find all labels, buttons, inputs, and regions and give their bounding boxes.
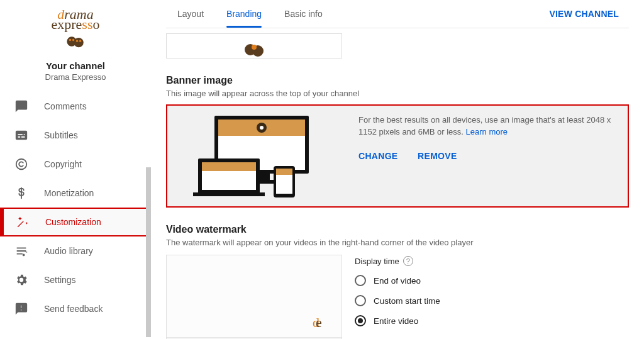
main-content: Layout Branding Basic info VIEW CHANNEL … — [151, 0, 644, 339]
banner-remove-button[interactable]: REMOVE — [418, 151, 457, 161]
tab-basic-info[interactable]: Basic info — [273, 0, 334, 28]
svg-rect-19 — [202, 171, 256, 190]
watermark-preview-player: de — [166, 255, 342, 339]
svg-point-6 — [16, 159, 27, 170]
sidebar-item-copyright[interactable]: Copyright — [0, 150, 151, 179]
sidebar-item-subtitles[interactable]: Subtitles — [0, 121, 151, 150]
banner-subtitle: This image will appear across the top of… — [166, 89, 629, 98]
sidebar-label: Audio library — [44, 246, 93, 256]
radio-icon — [355, 315, 366, 326]
sidebar-label: Copyright — [44, 159, 82, 169]
sidebar-item-customization[interactable]: Customization — [0, 208, 151, 236]
channel-name: Drama Expresso — [0, 72, 151, 82]
sidebar-item-comments[interactable]: Comments — [0, 92, 151, 121]
dollar-icon — [14, 186, 29, 201]
wand-icon — [15, 214, 30, 230]
banner-actions: CHANGE REMOVE — [358, 150, 619, 163]
studio-sidebar: drama expresso Your channel Drama Expres… — [0, 0, 151, 339]
sidebar-label: Send feedback — [44, 304, 103, 314]
sidebar-label: Monetization — [44, 188, 94, 198]
logo-mask-icon — [65, 33, 86, 50]
watermark-title: Video watermark — [166, 224, 629, 235]
help-icon[interactable]: ? — [403, 256, 413, 266]
svg-point-2 — [69, 39, 71, 41]
banner-devices-preview — [176, 112, 346, 200]
sidebar-item-monetization[interactable]: Monetization — [0, 179, 151, 208]
customization-tabs: Layout Branding Basic info — [166, 0, 334, 28]
svg-point-3 — [72, 39, 74, 41]
gear-icon — [14, 272, 29, 287]
svg-point-5 — [79, 40, 81, 42]
sidebar-item-audio-library[interactable]: Audio library — [0, 236, 151, 265]
sidebar-nav: Comments Subtitles Copyright Monetizatio… — [0, 92, 151, 339]
sidebar-label: Settings — [44, 275, 76, 285]
tab-branding[interactable]: Branding — [215, 0, 273, 28]
profile-picture-preview-stub — [166, 33, 342, 58]
channel-block: Your channel Drama Expresso — [0, 60, 151, 82]
watermark-subtitle: The watermark will appear on your videos… — [166, 238, 629, 247]
feedback-icon — [14, 301, 29, 316]
banner-card: For the best results on all devices, use… — [166, 104, 629, 208]
radio-label: End of video — [374, 276, 421, 286]
channel-logo: drama expresso — [52, 5, 100, 50]
svg-rect-20 — [193, 192, 265, 196]
tabs-divider — [166, 28, 629, 28]
radio-label: Entire video — [374, 316, 418, 326]
svg-rect-18 — [202, 162, 256, 171]
subtitles-icon — [14, 128, 29, 143]
your-channel-label: Your channel — [0, 60, 151, 71]
banner-title: Banner image — [166, 75, 629, 86]
radio-icon — [355, 295, 366, 306]
svg-rect-23 — [276, 175, 292, 194]
watermark-controls: Display time ? End of video Custom start… — [355, 255, 471, 339]
svg-point-9 — [252, 45, 257, 50]
radio-end-of-video[interactable]: End of video — [355, 275, 471, 286]
sidebar-label: Customization — [45, 217, 101, 227]
svg-point-1 — [74, 38, 83, 47]
banner-section: Banner image This image will appear acro… — [166, 75, 629, 208]
radio-label: Custom start time — [374, 296, 440, 306]
svg-point-4 — [76, 40, 78, 42]
sidebar-label: Comments — [44, 101, 87, 111]
display-time-label: Display time — [355, 257, 399, 266]
radio-custom-start[interactable]: Custom start time — [355, 295, 471, 306]
tab-layout[interactable]: Layout — [166, 0, 215, 28]
sidebar-item-settings[interactable]: Settings — [0, 265, 151, 294]
sidebar-label: Subtitles — [44, 130, 78, 140]
comment-icon — [14, 99, 29, 114]
svg-point-13 — [260, 126, 264, 130]
banner-change-button[interactable]: CHANGE — [358, 151, 397, 161]
radio-entire-video[interactable]: Entire video — [355, 315, 471, 326]
watermark-mark-icon: de — [313, 313, 331, 332]
radio-icon — [355, 275, 366, 286]
sidebar-item-feedback[interactable]: Send feedback — [0, 294, 151, 323]
library-icon — [14, 243, 29, 258]
banner-learn-more-link[interactable]: Learn more — [466, 127, 508, 136]
svg-rect-22 — [276, 169, 292, 175]
logo-expresso: expresso — [52, 18, 100, 31]
view-channel-link[interactable]: VIEW CHANNEL — [549, 9, 619, 19]
copyright-icon — [14, 157, 29, 172]
watermark-section: Video watermark The watermark will appea… — [166, 224, 629, 339]
sidebar-scrollbar[interactable] — [146, 167, 151, 337]
